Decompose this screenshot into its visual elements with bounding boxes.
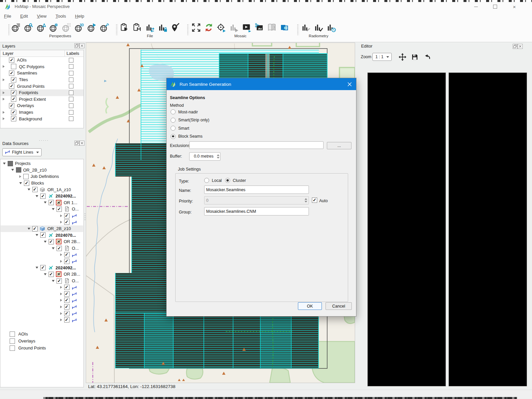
radio-icon[interactable] — [171, 109, 176, 114]
tree-item-flight-line[interactable] — [60, 317, 77, 323]
radio-icon[interactable] — [204, 178, 209, 183]
exclusions-input[interactable] — [189, 141, 324, 149]
tree-item-flight-line[interactable] — [60, 284, 77, 291]
data-source-type-select[interactable]: Flight Lines — [2, 148, 42, 156]
layer-labels-checkbox[interactable] — [69, 103, 73, 108]
expand-arrow-icon[interactable] — [3, 117, 7, 120]
tree-item-flight-line[interactable] — [60, 251, 77, 258]
tree-item-2024092[interactable]: 2024092... — [36, 193, 76, 200]
expand-arrow-icon[interactable] — [3, 163, 6, 165]
layer-visibility-checkbox[interactable] — [11, 77, 16, 82]
browse-button[interactable]: ... — [327, 142, 351, 149]
job-name-input[interactable] — [204, 186, 309, 194]
toolbar-drag-handle[interactable] — [297, 24, 299, 35]
unassigned-item-ground-points[interactable]: Ground Points — [10, 345, 46, 351]
edit-location-icon[interactable] — [170, 23, 180, 33]
tree-item-or-1[interactable]: OR 1... — [44, 200, 77, 206]
layer-labels-checkbox[interactable] — [69, 97, 73, 101]
tree-checkbox[interactable] — [40, 232, 46, 238]
layer-visibility-checkbox[interactable] — [11, 96, 16, 102]
layer-labels-checkbox[interactable] — [69, 116, 73, 121]
tree-checkbox[interactable] — [64, 304, 69, 310]
expand-arrow-icon[interactable] — [60, 260, 62, 263]
expand-arrow-icon[interactable] — [36, 267, 38, 269]
expand-arrow-icon[interactable] — [44, 241, 47, 243]
tree-checkbox[interactable] — [24, 181, 29, 186]
menu-item-view[interactable]: View — [37, 14, 47, 19]
tree-checkbox[interactable] — [64, 298, 69, 303]
radio-icon[interactable] — [171, 118, 176, 123]
tree-checkbox[interactable] — [40, 265, 46, 270]
tree-item-o[interactable]: O... — [52, 206, 79, 212]
tree-checkbox[interactable] — [10, 332, 15, 337]
radiometry-edit-icon[interactable] — [301, 23, 311, 33]
tree-checkbox[interactable] — [49, 200, 54, 205]
layer-visibility-checkbox[interactable] — [9, 103, 14, 108]
close-panel-icon[interactable] — [79, 43, 84, 48]
layer-visibility-checkbox[interactable] — [11, 116, 16, 121]
page-flip-icon[interactable] — [267, 23, 277, 33]
layer-row-ground-points[interactable]: Ground Points — [0, 83, 83, 89]
float-panel-icon[interactable] — [74, 43, 79, 48]
cancel-button[interactable]: Cancel — [326, 302, 352, 310]
expand-arrow-icon[interactable] — [19, 182, 22, 184]
expand-arrow-icon[interactable] — [60, 221, 62, 223]
tree-item-or-2b[interactable]: OR 2B... — [44, 271, 80, 278]
expand-arrow-icon[interactable] — [36, 234, 38, 236]
layer-row-qc-polygons[interactable]: QC Polygons — [0, 64, 83, 70]
expand-arrow-icon[interactable] — [3, 98, 7, 100]
tree-item-flight-line[interactable] — [60, 258, 77, 265]
menu-item-tools[interactable]: Tools — [56, 14, 66, 19]
layer-labels-checkbox[interactable] — [69, 64, 73, 69]
job-run-icon[interactable] — [120, 23, 130, 33]
save-icon[interactable] — [410, 52, 419, 62]
layer-visibility-checkbox[interactable] — [9, 58, 14, 63]
zoom-select[interactable]: 1 : 1 — [372, 53, 392, 61]
tree-item-flight-line[interactable] — [60, 212, 77, 219]
globe-settings-icon[interactable] — [49, 23, 59, 33]
method-option-smart-strip-only-[interactable]: Smart(Strip only) — [171, 118, 209, 123]
buffer-spin-buttons[interactable] — [215, 152, 220, 160]
expand-arrow-icon[interactable] — [3, 65, 7, 68]
tree-item-flight-line[interactable] — [60, 219, 77, 225]
expand-arrow-icon[interactable] — [60, 286, 62, 289]
unassigned-item-aois[interactable]: AOIs — [10, 331, 28, 337]
priority-spin-buttons[interactable] — [303, 196, 308, 204]
tree-item-blocks[interactable]: Blocks — [19, 180, 44, 187]
layer-row-images[interactable]: Images — [0, 109, 83, 116]
tree-checkbox[interactable] — [16, 167, 21, 173]
tree-item-flight-line[interactable] — [60, 291, 77, 297]
chart-lock-icon[interactable] — [158, 23, 168, 33]
undo-icon[interactable] — [422, 52, 432, 62]
tree-checkbox[interactable] — [57, 206, 62, 212]
globe-search-icon[interactable] — [24, 23, 34, 33]
tree-checkbox[interactable] — [23, 174, 29, 179]
globe-tools-icon[interactable] — [99, 23, 109, 33]
chart-sync-icon[interactable] — [145, 23, 155, 33]
layer-row-tiles[interactable]: Tiles — [0, 76, 83, 83]
tree-item-job-definitions[interactable]: Job Definitions — [19, 173, 59, 180]
menu-item-edit[interactable]: Edit — [20, 14, 28, 19]
tree-item-2024070[interactable]: 2024070... — [36, 232, 76, 239]
layer-visibility-checkbox[interactable] — [11, 90, 16, 95]
unassigned-item-overlays[interactable]: Overlays — [10, 338, 35, 344]
tree-checkbox[interactable] — [57, 278, 62, 284]
expand-arrow-icon[interactable] — [44, 273, 47, 275]
expand-arrow-icon[interactable] — [52, 247, 55, 249]
pan-icon[interactable] — [398, 52, 407, 62]
tree-checkbox[interactable] — [32, 226, 38, 231]
expand-arrow-icon[interactable] — [60, 293, 62, 295]
overlap-view-icon[interactable] — [280, 23, 290, 33]
layer-labels-checkbox[interactable] — [69, 110, 73, 115]
toolbar-drag-handle[interactable] — [116, 24, 118, 35]
tree-item-or-2b[interactable]: OR 2B... — [44, 238, 80, 245]
layer-row-project-extent[interactable]: Project Extent — [0, 96, 83, 103]
expand-arrow-icon[interactable] — [28, 189, 30, 191]
layer-row-background[interactable]: Background — [0, 115, 83, 122]
tree-checkbox[interactable] — [64, 291, 69, 297]
minimize-button[interactable] — [468, 2, 483, 11]
tree-item-flight-line[interactable] — [60, 304, 77, 310]
tree-item-or-1a-z10[interactable]: OR_1A_z10 — [28, 186, 71, 193]
expand-arrow-icon[interactable] — [52, 208, 55, 210]
close-button[interactable]: × — [507, 2, 522, 11]
